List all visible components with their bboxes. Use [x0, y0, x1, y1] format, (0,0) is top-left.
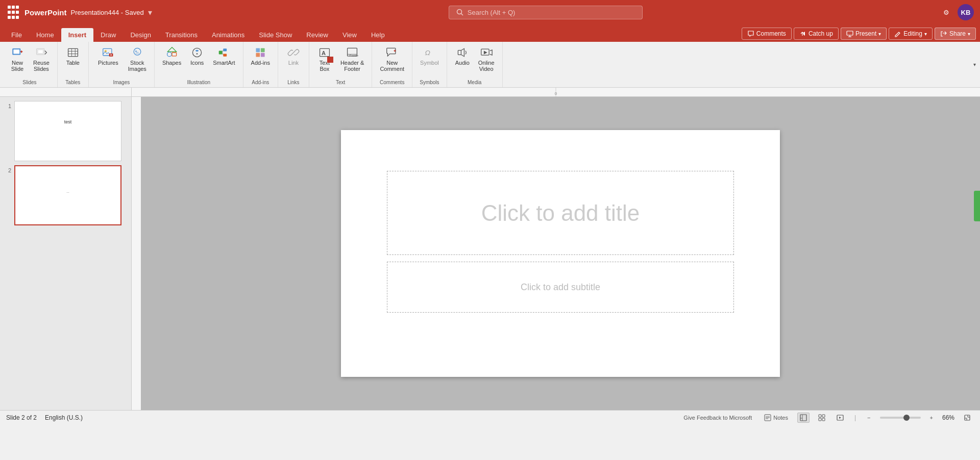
svg-rect-24: [172, 53, 177, 56]
fit-slide-btn[interactable]: [961, 413, 974, 422]
svg-rect-53: [132, 97, 141, 410]
slide-num-2: 2: [3, 165, 11, 173]
new-comment-button[interactable]: NewComment: [376, 44, 408, 74]
tab-home[interactable]: Home: [29, 28, 61, 42]
table-label: Table: [66, 60, 80, 66]
share-button[interactable]: Share ▾: [935, 28, 976, 40]
subtitle-placeholder[interactable]: Click to add subtitle: [387, 262, 734, 313]
editing-button[interactable]: Editing ▾: [889, 28, 933, 40]
stock-images-button[interactable]: StockImages: [125, 44, 150, 74]
slide-sorter-icon: [818, 414, 825, 421]
symbol-button[interactable]: Ω Symbol: [416, 44, 443, 68]
tab-draw[interactable]: Draw: [93, 28, 123, 42]
slides-group-label: Slides: [6, 79, 53, 85]
zoom-out-btn[interactable]: −: [864, 414, 873, 422]
slides-panel: 1 test 2 --: [0, 97, 132, 410]
tab-animations[interactable]: Animations: [205, 28, 252, 42]
title-placeholder[interactable]: Click to add title: [387, 171, 734, 255]
svg-rect-2: [847, 31, 853, 35]
svg-rect-47: [458, 50, 461, 55]
zoom-slider[interactable]: [880, 417, 921, 419]
audio-button[interactable]: Audio: [451, 44, 474, 68]
ribbon-commands: NewSlide ReuseSlides Slides Table Tables: [0, 42, 980, 88]
footer-label: Header &Footer: [340, 60, 364, 72]
slide-preview-1[interactable]: test: [14, 101, 121, 161]
svg-rect-10: [38, 50, 43, 54]
present-button[interactable]: Present ▾: [841, 28, 887, 40]
link-button[interactable]: Link: [282, 44, 305, 68]
tab-view[interactable]: View: [335, 28, 364, 42]
feedback-button[interactable]: Give Feedback to Microsoft: [680, 414, 755, 422]
tab-design[interactable]: Design: [123, 28, 158, 42]
zoom-level: 66%: [942, 414, 954, 421]
tab-slideshow[interactable]: Slide Show: [252, 28, 299, 42]
online-video-icon: [480, 46, 493, 59]
reading-view-icon: [837, 414, 844, 421]
footer-button[interactable]: Footer Header &Footer: [337, 44, 368, 74]
links-group-label: Links: [282, 79, 305, 85]
svg-point-23: [167, 52, 172, 57]
shapes-button[interactable]: Shapes: [159, 44, 185, 68]
settings-button[interactable]: ⚙: [939, 7, 953, 18]
tab-file[interactable]: File: [4, 28, 29, 42]
svg-rect-29: [223, 48, 227, 51]
slide-sorter-btn[interactable]: [816, 413, 828, 423]
tab-transitions[interactable]: Transitions: [158, 28, 205, 42]
icons-button[interactable]: Icons: [186, 44, 208, 68]
svg-text:Footer: Footer: [350, 54, 358, 57]
subtitle-placeholder-text: Click to add subtitle: [521, 282, 600, 293]
slide-preview-2[interactable]: --: [14, 165, 121, 225]
user-avatar[interactable]: KB: [958, 4, 974, 20]
comments-button[interactable]: Comments: [742, 28, 792, 40]
new-comment-label: NewComment: [380, 60, 404, 72]
ruler-corner: [0, 88, 132, 96]
normal-view-btn[interactable]: [797, 413, 810, 423]
online-video-button[interactable]: OnlineVideo: [475, 44, 498, 74]
ribbon-group-addins: Add-ins Add-ins: [243, 42, 278, 87]
zoom-thumb[interactable]: [903, 415, 910, 421]
svg-rect-30: [223, 54, 227, 57]
search-placeholder: Search (Alt + Q): [468, 9, 516, 16]
svg-marker-66: [839, 417, 841, 419]
pictures-button[interactable]: Pictures: [93, 44, 124, 68]
slide-canvas[interactable]: Click to add title Click to add subtitle: [341, 130, 780, 377]
new-slide-button[interactable]: NewSlide: [6, 44, 29, 74]
tab-help[interactable]: Help: [364, 28, 392, 42]
right-sidebar-handle[interactable]: [974, 191, 980, 221]
app-name: PowerPoint: [24, 8, 67, 17]
waffle-menu[interactable]: [6, 5, 20, 19]
stock-images-label: StockImages: [128, 60, 146, 72]
svg-rect-34: [261, 48, 265, 52]
icons-icon: [191, 46, 203, 59]
slide-thumb-1[interactable]: 1 test: [3, 101, 128, 161]
reuse-slides-button[interactable]: ReuseSlides: [30, 44, 53, 74]
symbol-label: Symbol: [420, 60, 439, 66]
editing-icon: [894, 30, 901, 37]
text-box-button[interactable]: A TextBox: [313, 44, 336, 74]
language-label: English (U.S.): [45, 414, 83, 421]
canvas-area: Click to add title Click to add subtitle: [141, 97, 980, 410]
search-box[interactable]: Search (Alt + Q): [449, 6, 643, 19]
smartart-button[interactable]: SmartArt: [209, 44, 238, 68]
notes-button[interactable]: Notes: [761, 413, 791, 422]
link-icon: [287, 46, 300, 59]
table-button[interactable]: Table: [62, 44, 84, 68]
zoom-in-btn[interactable]: +: [927, 414, 936, 422]
doc-title: Presentation444 - Saved: [71, 9, 144, 16]
addins-button[interactable]: Add-ins: [248, 44, 274, 68]
slide-canvas-wrap: Click to add title Click to add subtitle: [141, 97, 980, 410]
symbols-group-label: Symbols: [416, 79, 443, 85]
tab-insert[interactable]: Insert: [61, 28, 93, 42]
catchup-button[interactable]: Catch up: [794, 28, 839, 40]
slide-thumb-2[interactable]: 2 --: [3, 165, 128, 225]
new-slide-label: NewSlide: [11, 60, 23, 72]
title-dropdown-icon[interactable]: ▾: [148, 8, 152, 17]
svg-text:0: 0: [555, 91, 557, 96]
comment-icon-small: [747, 30, 754, 37]
ribbon-group-media: Audio OnlineVideo Media: [447, 42, 503, 87]
ribbon-expand-btn[interactable]: ▾: [971, 42, 978, 87]
shapes-label: Shapes: [162, 60, 181, 66]
images-group-label: Images: [93, 79, 150, 85]
tab-review[interactable]: Review: [299, 28, 335, 42]
reading-view-btn[interactable]: [834, 413, 846, 423]
